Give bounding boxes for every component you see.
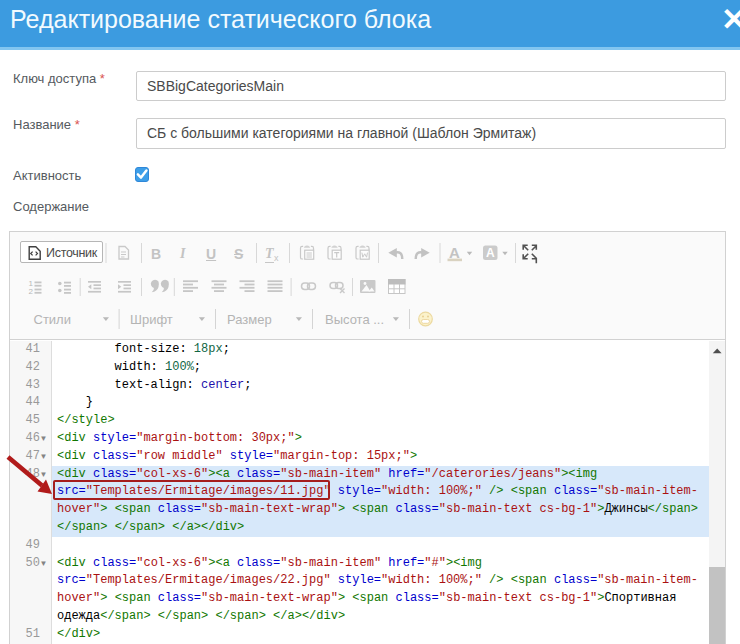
- svg-text:A: A: [486, 246, 495, 260]
- svg-text:2: 2: [29, 287, 34, 296]
